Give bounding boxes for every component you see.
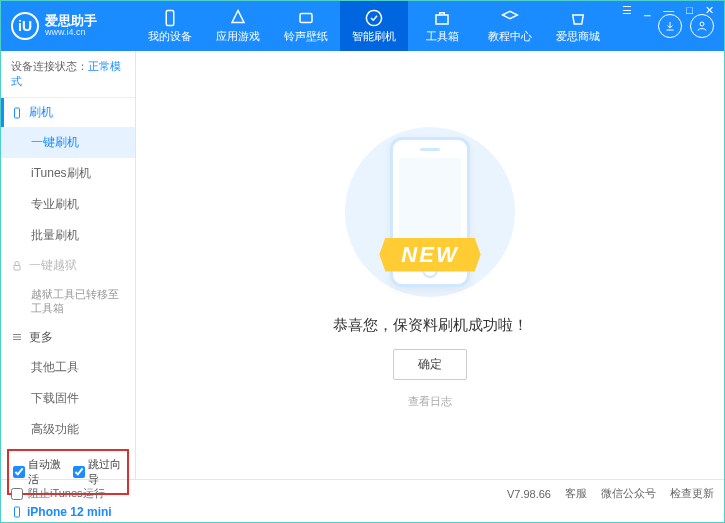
- nav-label: 爱思商城: [556, 29, 600, 44]
- check-update-link[interactable]: 检查更新: [670, 486, 714, 501]
- success-illustration: NEW: [330, 122, 530, 302]
- section-title: 刷机: [29, 104, 53, 121]
- jailbreak-notice: 越狱工具已转移至工具箱: [1, 280, 135, 323]
- block-itunes-checkbox[interactable]: 阻止iTunes运行: [11, 486, 105, 501]
- success-message: 恭喜您，保资料刷机成功啦！: [333, 316, 528, 335]
- user-button[interactable]: [690, 14, 714, 38]
- nav-label: 我的设备: [148, 29, 192, 44]
- nav-apps[interactable]: 应用游戏: [204, 1, 272, 51]
- new-ribbon: NEW: [379, 238, 480, 272]
- svg-rect-4: [15, 108, 20, 118]
- tutorial-icon: [501, 9, 519, 27]
- body-area: 设备连接状态：正常模式 刷机 一键刷机 iTunes刷机 专业刷机 批量刷机 一…: [1, 51, 724, 479]
- main-content: NEW 恭喜您，保资料刷机成功啦！ 确定 查看日志: [136, 51, 724, 479]
- flash-section-icon: [11, 107, 23, 119]
- download-button[interactable]: [658, 14, 682, 38]
- sidebar-item-other-tools[interactable]: 其他工具: [1, 352, 135, 383]
- sidebar-item-batch-flash[interactable]: 批量刷机: [1, 220, 135, 251]
- close-icon[interactable]: ✕: [702, 4, 717, 17]
- pin-icon[interactable]: ⎯: [641, 4, 654, 17]
- sidebar-item-oneclick-flash[interactable]: 一键刷机: [1, 127, 135, 158]
- device-name: iPhone 12 mini: [11, 505, 125, 519]
- svg-rect-6: [15, 507, 20, 517]
- checkbox-auto-activate[interactable]: 自动激活: [13, 457, 63, 487]
- svg-rect-1: [300, 13, 312, 22]
- view-log-link[interactable]: 查看日志: [408, 394, 452, 409]
- sidebar-item-download-firmware[interactable]: 下载固件: [1, 383, 135, 414]
- nav-label: 铃声壁纸: [284, 29, 328, 44]
- confirm-button[interactable]: 确定: [393, 349, 467, 380]
- logo-icon: iU: [11, 12, 39, 40]
- sidebar-item-advanced[interactable]: 高级功能: [1, 414, 135, 445]
- lock-icon: [11, 260, 23, 272]
- nav-tutorial[interactable]: 教程中心: [476, 1, 544, 51]
- sidebar-item-itunes-flash[interactable]: iTunes刷机: [1, 158, 135, 189]
- nav-shop[interactable]: 爱思商城: [544, 1, 612, 51]
- device-icon: [161, 9, 179, 27]
- skip-guide-input[interactable]: [73, 466, 85, 478]
- block-itunes-label: 阻止iTunes运行: [28, 486, 105, 501]
- window-controls: ☰ ⎯ — □ ✕: [619, 4, 717, 17]
- svg-rect-0: [166, 10, 174, 25]
- titlebar-right: [658, 14, 714, 38]
- nav-my-device[interactable]: 我的设备: [136, 1, 204, 51]
- block-itunes-input[interactable]: [11, 488, 23, 500]
- sidebar-section-flash[interactable]: 刷机: [1, 98, 135, 127]
- apps-icon: [229, 9, 247, 27]
- titlebar: iU 爱思助手 www.i4.cn 我的设备 应用游戏 铃声壁纸 智能刷机 工具…: [1, 1, 724, 51]
- shop-icon: [569, 9, 587, 27]
- section-title: 一键越狱: [29, 257, 77, 274]
- ringtone-icon: [297, 9, 315, 27]
- sidebar: 设备连接状态：正常模式 刷机 一键刷机 iTunes刷机 专业刷机 批量刷机 一…: [1, 51, 136, 479]
- maximize-icon[interactable]: □: [683, 4, 696, 17]
- version-label: V7.98.66: [507, 488, 551, 500]
- nav-label: 工具箱: [426, 29, 459, 44]
- auto-activate-input[interactable]: [13, 466, 25, 478]
- svg-rect-5: [14, 265, 20, 270]
- sidebar-section-more[interactable]: 更多: [1, 323, 135, 352]
- sidebar-section-jailbreak[interactable]: 一键越狱: [1, 251, 135, 280]
- nav-label: 应用游戏: [216, 29, 260, 44]
- nav-label: 教程中心: [488, 29, 532, 44]
- phone-icon: [11, 506, 23, 518]
- main-nav: 我的设备 应用游戏 铃声壁纸 智能刷机 工具箱 教程中心 爱思商城: [136, 1, 658, 51]
- app-logo: iU 爱思助手 www.i4.cn: [11, 12, 136, 40]
- device-info[interactable]: iPhone 12 mini 64GB Down-12mini-13,1: [1, 499, 135, 523]
- toolbox-icon: [433, 9, 451, 27]
- minimize-icon[interactable]: —: [660, 4, 677, 17]
- more-icon: [11, 331, 23, 343]
- app-name: 爱思助手: [45, 14, 97, 28]
- flash-icon: [365, 9, 383, 27]
- connection-status: 设备连接状态：正常模式: [1, 51, 135, 98]
- app-url: www.i4.cn: [45, 28, 97, 38]
- nav-toolbox[interactable]: 工具箱: [408, 1, 476, 51]
- wechat-link[interactable]: 微信公众号: [601, 486, 656, 501]
- nav-label: 智能刷机: [352, 29, 396, 44]
- sidebar-item-pro-flash[interactable]: 专业刷机: [1, 189, 135, 220]
- svg-point-3: [700, 22, 704, 26]
- nav-smart-flash[interactable]: 智能刷机: [340, 1, 408, 51]
- nav-ringtone[interactable]: 铃声壁纸: [272, 1, 340, 51]
- checkbox-skip-guide[interactable]: 跳过向导: [73, 457, 123, 487]
- menu-icon[interactable]: ☰: [619, 4, 635, 17]
- section-title: 更多: [29, 329, 53, 346]
- status-label: 设备连接状态：: [11, 60, 88, 72]
- svg-rect-2: [436, 15, 448, 24]
- customer-service-link[interactable]: 客服: [565, 486, 587, 501]
